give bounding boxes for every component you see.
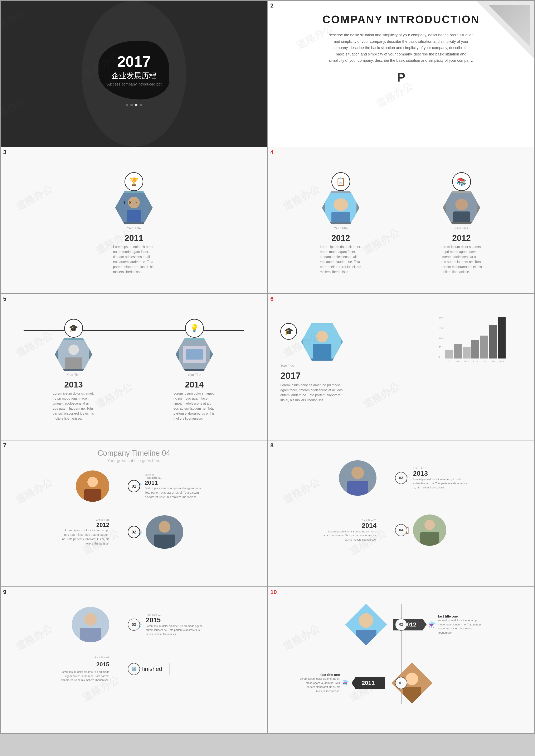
slide6-desc: Lorem ipsum dolor sit amet, no pri modo … bbox=[280, 383, 343, 403]
svg-rect-22 bbox=[313, 344, 331, 358]
slide10-number: 10 bbox=[270, 589, 277, 596]
slide2-body: describe the basic situation and simplic… bbox=[328, 32, 474, 64]
slide5-photo-2 bbox=[176, 338, 213, 371]
svg-rect-2 bbox=[127, 210, 141, 222]
slide7-row1-content: ⚗️ starting Fact Title 01 2011 Sed ut pe… bbox=[134, 473, 231, 499]
slide10-row1-text: fact title one sorem ipsum dolor sit ame… bbox=[438, 615, 484, 635]
slide6-icon: 🎓 bbox=[280, 323, 297, 340]
slide5-number: 5 bbox=[3, 295, 7, 302]
slide4-timeline-row: 📋 Year Title 2012 Lorem ipsum dolor sit … bbox=[280, 172, 522, 274]
slide6-barchart: 200 150 100 50 0 2011 2012 2013 2014 201… bbox=[438, 319, 522, 365]
svg-rect-25 bbox=[84, 489, 101, 502]
slide-1: 道格办公 道格办公 道格办公 2017 企业发展历程 Success compa… bbox=[1, 1, 267, 147]
slide5-year-label-1: Year Title bbox=[67, 373, 80, 377]
slide-7: 道格办公 道格办公 7 Company Timeline 04 Your gre… bbox=[1, 440, 267, 586]
slide7-row1-text: starting Fact Title 01 2011 Sed ut persp… bbox=[145, 473, 203, 499]
slide4-photo-1 bbox=[322, 191, 360, 224]
svg-point-21 bbox=[316, 331, 328, 343]
slide6-right: 200 150 100 50 0 2011 2012 2013 2014 201… bbox=[438, 319, 522, 365]
slide-9: 道格办公 道格办公 9 03 🌧️ bbox=[1, 587, 267, 733]
ylabel-0: 0 bbox=[438, 355, 443, 358]
slide6-photo-inner bbox=[301, 323, 343, 361]
slide10-icon-2: ⚗️ bbox=[342, 680, 350, 686]
slide8-year-1: 2013 bbox=[413, 470, 469, 477]
slide5-photo-1-inner bbox=[55, 338, 92, 371]
svg-point-15 bbox=[69, 345, 79, 355]
slide10-title-2: fact title one bbox=[298, 673, 340, 677]
slide9-desc-2: Lorem ipsum dolor sit amet, no pri modo … bbox=[57, 670, 109, 682]
slide6-year-label: Year Title bbox=[280, 364, 294, 368]
slide7-row2-left: Fact Title 01 2012 Lorem ipsum dolor sit… bbox=[13, 518, 122, 546]
slide5-year-2: 2014 bbox=[185, 380, 204, 389]
slide4-year-label-2: Year Title bbox=[455, 227, 468, 230]
slide10-row2-text: fact title one sorem ipsum dolor sit ame… bbox=[298, 673, 340, 693]
svg-point-24 bbox=[87, 477, 98, 487]
slide6-left: 🎓 Year Title 2017 Lorem ipsum dolor s bbox=[280, 319, 430, 403]
slide10-row-2: fact title one sorem ipsum dolor sit ame… bbox=[280, 662, 522, 704]
svg-point-30 bbox=[352, 466, 364, 479]
slide9-year-1: 2015 bbox=[146, 616, 202, 624]
slide-2: 道格办公 道格办公 2 COMPANY INTRODUCTION describ… bbox=[268, 1, 534, 147]
slide9-row-2: Fact Title 01 2015 Lorem ipsum dolor sit… bbox=[13, 656, 255, 682]
svg-point-12 bbox=[455, 199, 468, 210]
slide10-diamond-1-inner bbox=[345, 604, 387, 645]
slide4-desc-2: Lorem ipsum dolor sit amet, no pri modo … bbox=[441, 244, 482, 274]
slide7-node-2: 02 bbox=[127, 526, 140, 538]
slide8-row-2: Fact Title 01 2014 Lorem ipsum dolor sit… bbox=[280, 509, 522, 551]
slide8-row2-left: Fact Title 01 2014 Lorem ipsum dolor sit… bbox=[280, 519, 389, 542]
slide8-photo-2 bbox=[413, 515, 446, 546]
slide9-row1-left bbox=[13, 607, 122, 642]
slide4-icon-2: 📚 bbox=[452, 172, 471, 191]
svg-point-42 bbox=[406, 673, 418, 685]
slide5-item-2: 💡 Year Title 2014 Lorem ipsum dolor sit … bbox=[134, 319, 255, 421]
svg-rect-19 bbox=[186, 349, 203, 359]
bar-2016: 2016 bbox=[489, 325, 497, 358]
slide4-icon-1: 📋 bbox=[331, 172, 350, 191]
slide5-year-label-2: Year Title bbox=[187, 373, 201, 377]
slide3-timeline-row: 🏆 bbox=[13, 172, 255, 274]
slide7-year-2: 2012 bbox=[57, 521, 109, 528]
svg-rect-10 bbox=[331, 212, 350, 222]
slide8-row1-text: Fact Title 01 2013 Lorem ipsum dolor sit… bbox=[413, 466, 469, 490]
slide7-row1-left bbox=[13, 470, 122, 502]
slide10-arrow-2: 2011 bbox=[352, 677, 385, 689]
slide5-photo-2-inner bbox=[176, 338, 213, 371]
slide5-year-1: 2013 bbox=[64, 380, 83, 389]
slide-5: 道格办公 道格办公 5 🎓 Year Title 2013 bbox=[1, 294, 267, 440]
slide4-year-1: 2012 bbox=[331, 233, 350, 243]
slide10-row2-left: fact title one sorem ipsum dolor sit ame… bbox=[280, 673, 389, 693]
slide4-year-label-1: Year Title bbox=[334, 227, 348, 230]
slide5-desc-2: Lorem ipsum dolor sit amet, no pri modo … bbox=[174, 391, 215, 421]
slide4-number: 4 bbox=[270, 149, 274, 155]
slide8-year-2: 2014 bbox=[280, 522, 377, 529]
slide9-year-label-1: Fact Title 01 bbox=[146, 613, 202, 616]
slide-4: 道格办公 道格办公 4 📋 Year Title 2012 bbox=[268, 147, 534, 293]
svg-rect-34 bbox=[420, 532, 439, 546]
slide6-year: 2017 bbox=[280, 371, 301, 381]
slide5-item-1: 🎓 Year Title 2013 Lorem ipsum dolor sit … bbox=[13, 319, 134, 421]
slide9-vtimeline: 03 🌧️ Fact Title 01 2015 Lorem ipsum dol… bbox=[13, 604, 255, 682]
slide7-desc-2: Lorem ipsum dolor sit amet, no pri modo … bbox=[57, 528, 109, 546]
slide9-year-label-2: Fact Title 01 bbox=[95, 656, 109, 659]
bar-2017: 2017 bbox=[498, 317, 506, 358]
slide7-subtitle: Your great subtitle goes here bbox=[13, 459, 255, 463]
slide8-year-label-2: Fact Title 01 bbox=[280, 519, 377, 522]
slide6-photo bbox=[301, 323, 343, 361]
slide10-diamond-1 bbox=[345, 604, 387, 645]
slide9-node-1: 03 bbox=[128, 619, 140, 631]
slide-8: 道格办公 道格办公 8 03 🛒 bbox=[268, 440, 534, 586]
slide10-row-1: 02 2012 ⚗️ fact title one sorem ipsum do… bbox=[280, 604, 522, 645]
slide5-icon-2: 💡 bbox=[185, 319, 204, 338]
slide1-year: 2017 bbox=[117, 54, 151, 69]
slide3-year-label: Year Title bbox=[127, 227, 141, 230]
slide4-photo-2-inner bbox=[443, 191, 480, 224]
slide7-row-1: 01 ⚗️ starting Fact Title 01 2011 Sed ut… bbox=[13, 467, 255, 505]
slide7-vtimeline: 01 ⚗️ starting Fact Title 01 2011 Sed ut… bbox=[13, 467, 255, 551]
svg-rect-28 bbox=[154, 535, 175, 549]
slide9-photo-1 bbox=[72, 607, 109, 642]
slide1-blob: 2017 企业发展历程 Success company introduced p… bbox=[99, 41, 169, 99]
slide4-item-1: 📋 Year Title 2012 Lorem ipsum dolor sit … bbox=[280, 172, 401, 274]
bar-2013: 2013 bbox=[463, 347, 470, 358]
svg-rect-43 bbox=[403, 687, 421, 704]
svg-point-33 bbox=[424, 520, 435, 530]
